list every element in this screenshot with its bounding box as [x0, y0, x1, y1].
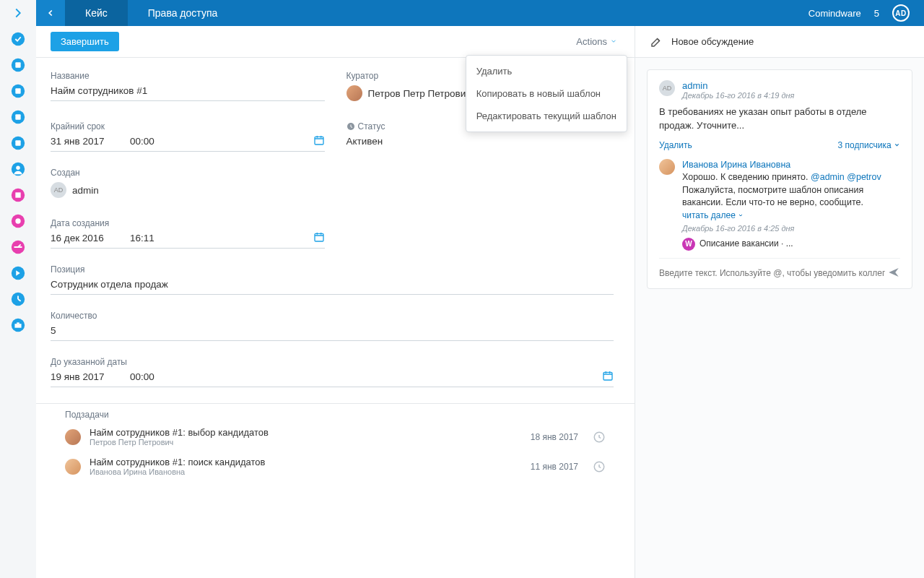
- discussion-card: AD admin Декабрь 16-го 2016 в 4:19 дня В…: [647, 69, 912, 289]
- tab-access[interactable]: Права доступа: [128, 0, 237, 26]
- created-date-label: Дата создания: [51, 218, 325, 228]
- status-value: Активен: [346, 136, 621, 151]
- actions-label: Actions: [576, 36, 607, 47]
- calendar-icon[interactable]: [313, 134, 325, 148]
- left-nav-rail: [0, 0, 36, 578]
- clock-icon: [593, 460, 606, 473]
- calendar-icon[interactable]: [602, 370, 614, 384]
- subtask-date: 18 янв 2017: [531, 432, 578, 442]
- read-more-link[interactable]: читать далее: [682, 210, 744, 220]
- title-label: Название: [51, 71, 325, 81]
- title-field[interactable]: Найм сотрудников #1: [51, 85, 325, 101]
- attachment-type-icon: W: [682, 238, 695, 251]
- deadline-field[interactable]: 31 янв 2017 00:00: [51, 136, 325, 152]
- discussion-delete-link[interactable]: Удалить: [659, 140, 692, 150]
- reply-text2: Пожалуйста, посмотрите шаблон описания в…: [682, 185, 863, 208]
- attachment-name: Описание вакансии · ...: [699, 238, 793, 250]
- rail-user-icon[interactable]: [9, 160, 27, 178]
- topbar: Кейс Права доступа Comindware 5 AD: [36, 0, 924, 26]
- curator-name: Петров Петр Петрович: [368, 88, 471, 99]
- toolbar: Завершить Actions Удалить Копировать в н…: [36, 26, 635, 58]
- calendar-icon[interactable]: [313, 231, 325, 245]
- svg-rect-12: [15, 192, 20, 197]
- actions-menu: Удалить Копировать в новый шаблон Редакт…: [466, 55, 627, 132]
- created-date-field[interactable]: 16 дек 2016 16:11: [51, 233, 325, 249]
- menu-item-copy-template[interactable]: Копировать в новый шаблон: [466, 82, 627, 105]
- subtask-row[interactable]: Найм сотрудников #1: поиск кандидатов Ив…: [51, 449, 620, 479]
- reply-input-row: [659, 258, 900, 281]
- deadline-label: Крайний срок: [51, 121, 325, 131]
- reply-avatar: [659, 159, 675, 175]
- discussion-reply: Иванова Ирина Ивановна Хорошо. К сведени…: [659, 159, 900, 251]
- position-field[interactable]: Сотрудник отдела продаж: [51, 279, 614, 295]
- subtask-row[interactable]: Найм сотрудников #1: выбор кандидатов Пе…: [51, 420, 620, 449]
- rail-briefcase-icon[interactable]: [9, 316, 27, 334]
- subtask-date: 11 янв 2017: [531, 462, 578, 472]
- reply-user[interactable]: Иванова Ирина Ивановна: [682, 160, 790, 170]
- complete-button[interactable]: Завершить: [51, 32, 119, 51]
- curator-avatar: [346, 85, 362, 101]
- subtask-avatar: [65, 429, 81, 445]
- quantity-field[interactable]: 5: [51, 325, 614, 341]
- discussion-subscribers-link[interactable]: 3 подписчика: [838, 140, 900, 150]
- rail-arrow-icon[interactable]: [9, 264, 27, 282]
- status-icon: [346, 122, 355, 131]
- rail-doc4-icon[interactable]: [9, 134, 27, 152]
- chevron-down-icon: [894, 142, 900, 148]
- menu-item-edit-template[interactable]: Редактировать текущий шаблон: [466, 105, 627, 127]
- menu-item-delete[interactable]: Удалить: [466, 60, 627, 82]
- rail-gear-icon[interactable]: [9, 212, 27, 230]
- clock-icon: [593, 431, 606, 444]
- svg-point-14: [15, 218, 20, 223]
- created-by-field: AD admin: [51, 182, 325, 202]
- rail-doc2-icon[interactable]: [9, 82, 27, 100]
- chevron-down-icon: [610, 36, 617, 47]
- tab-case[interactable]: Кейс: [65, 0, 128, 26]
- rail-doc-icon[interactable]: [9, 56, 27, 74]
- back-button[interactable]: [36, 0, 65, 26]
- rail-process-icon[interactable]: [9, 186, 27, 204]
- notification-count[interactable]: 5: [874, 8, 879, 19]
- current-user-avatar[interactable]: AD: [892, 4, 910, 22]
- discussion-avatar: AD: [659, 80, 675, 96]
- svg-rect-21: [315, 137, 323, 144]
- until-field[interactable]: 19 янв 2017 00:00: [51, 371, 614, 387]
- rail-expand-icon[interactable]: [9, 4, 27, 22]
- svg-rect-23: [315, 233, 323, 241]
- rail-check-icon[interactable]: [9, 30, 27, 48]
- brand-name: Comindware: [808, 8, 861, 19]
- rail-doc3-icon[interactable]: [9, 108, 27, 126]
- compose-icon: [650, 35, 663, 48]
- brand-area: Comindware 5 AD: [808, 4, 924, 22]
- new-discussion-button[interactable]: Новое обсуждение: [635, 26, 924, 58]
- subtask-user: Петров Петр Петрович: [90, 438, 522, 447]
- actions-dropdown-trigger[interactable]: Actions: [576, 36, 620, 47]
- rail-dashboard-icon[interactable]: [9, 238, 27, 256]
- subtask-title: Найм сотрудников #1: поиск кандидатов: [90, 457, 522, 467]
- svg-rect-24: [603, 372, 612, 380]
- discussion-body: В требованиях не указан опыт работы в от…: [659, 105, 900, 133]
- rail-time-icon[interactable]: [9, 290, 27, 308]
- until-date: 19 янв 2017: [51, 371, 130, 382]
- chevron-down-icon: [738, 212, 744, 218]
- reply-input[interactable]: [659, 268, 887, 278]
- send-icon[interactable]: [887, 266, 900, 281]
- svg-point-0: [12, 33, 25, 46]
- form-body: Название Найм сотрудников #1 Куратор Пет…: [36, 58, 635, 578]
- discussion-time: Декабрь 16-го 2016 в 4:19 дня: [682, 91, 795, 100]
- new-discussion-label: Новое обсуждение: [671, 36, 754, 47]
- created-date-time: 16:11: [130, 233, 173, 243]
- mention-admin[interactable]: @admin: [811, 172, 845, 182]
- svg-rect-4: [15, 88, 20, 93]
- until-time: 00:00: [130, 371, 173, 382]
- deadline-time: 00:00: [130, 136, 173, 147]
- created-by-avatar: AD: [51, 182, 66, 198]
- mention-petrov[interactable]: @petrov: [847, 172, 881, 182]
- reply-attachment[interactable]: W Описание вакансии · ...: [682, 238, 900, 251]
- discussion-user[interactable]: admin: [682, 80, 795, 91]
- quantity-label: Количество: [51, 311, 614, 321]
- svg-rect-19: [14, 324, 21, 328]
- subtask-user: Иванова Ирина Ивановна: [90, 467, 522, 476]
- until-label: До указанной даты: [51, 357, 614, 367]
- subtask-avatar: [65, 459, 81, 475]
